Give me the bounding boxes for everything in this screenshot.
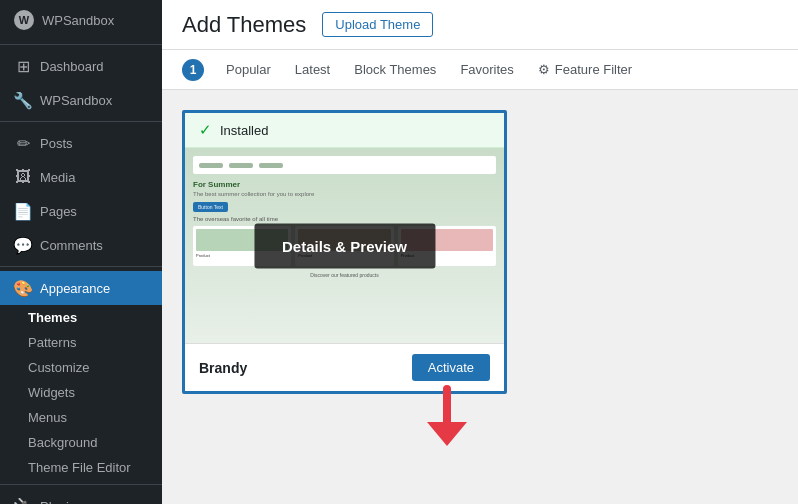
tab-favorites[interactable]: Favorites [450,54,523,85]
tab-popular[interactable]: Popular [216,54,281,85]
svg-marker-1 [427,422,467,446]
sidebar-item-label: Comments [40,238,103,253]
preview-nav [193,156,496,174]
gear-icon: ⚙ [538,62,550,77]
sidebar-item-plugins[interactable]: 🔌 Plugins [0,489,162,504]
sidebar-item-label: Media [40,170,75,185]
sidebar-item-label: Plugins [40,499,83,505]
sidebar-item-label: Posts [40,136,73,151]
activate-button[interactable]: Activate [412,354,490,381]
site-logo[interactable]: W WPSandbox [0,0,162,40]
appearance-icon: 🎨 [14,279,32,297]
tab-latest[interactable]: Latest [285,54,340,85]
sidebar-item-label: WPSandbox [40,93,112,108]
submenu-widgets[interactable]: Widgets [0,380,162,405]
wp-icon: W [14,10,34,30]
sidebar-item-label: Appearance [40,281,110,296]
arrow-indicator [417,384,477,449]
preview-title: For Summer [193,180,496,189]
submenu-theme-file-editor[interactable]: Theme File Editor [0,455,162,480]
comments-icon: 💬 [14,236,32,254]
tab-feature-filter[interactable]: ⚙ Feature Filter [528,54,642,85]
submenu-patterns[interactable]: Patterns [0,330,162,355]
preview-subtitle: The best summer collection for you to ex… [193,191,496,197]
wpsandbox-icon: 🔧 [14,91,32,109]
submenu-background[interactable]: Background [0,430,162,455]
sidebar-item-posts[interactable]: ✏ Posts [0,126,162,160]
sidebar-item-dashboard[interactable]: ⊞ Dashboard [0,49,162,83]
appearance-submenu: Themes Patterns Customize Widgets Menus … [0,305,162,480]
sidebar-item-label: Pages [40,204,77,219]
sidebar-item-label: Dashboard [40,59,104,74]
arrow-container [182,394,507,464]
submenu-menus[interactable]: Menus [0,405,162,430]
plugins-icon: 🔌 [14,497,32,504]
submenu-customize[interactable]: Customize [0,355,162,380]
sidebar: W WPSandbox ⊞ Dashboard 🔧 WPSandbox ✏ Po… [0,0,162,504]
installed-label: Installed [220,123,268,138]
sidebar-item-pages[interactable]: 📄 Pages [0,194,162,228]
details-preview-overlay[interactable]: Details & Preview [254,223,435,268]
posts-icon: ✏ [14,134,32,152]
themes-grid: ✓ Installed For Summer The best summer c… [162,90,798,484]
media-icon: 🖼 [14,168,32,186]
pages-icon: 📄 [14,202,32,220]
theme-preview: For Summer The best summer collection fo… [185,148,504,343]
sidebar-item-comments[interactable]: 💬 Comments [0,228,162,262]
page-header: Add Themes Upload Theme [162,0,798,50]
page-title: Add Themes [182,12,306,38]
installed-banner: ✓ Installed [185,113,504,148]
sidebar-item-media[interactable]: 🖼 Media [0,160,162,194]
submenu-themes[interactable]: Themes [0,305,162,330]
site-name: WPSandbox [42,13,114,28]
theme-count-badge: 1 [182,59,204,81]
preview-nav-dot3 [259,163,283,168]
preview-discover: Discover our featured products [193,272,496,278]
theme-name: Brandy [199,360,247,376]
sidebar-item-wpsandbox[interactable]: 🔧 WPSandbox [0,83,162,117]
preview-nav-dot2 [229,163,253,168]
tabs-bar: 1 Popular Latest Block Themes Favorites … [162,50,798,90]
check-icon: ✓ [199,121,212,139]
main-content: Add Themes Upload Theme 1 Popular Latest… [162,0,798,504]
upload-theme-button[interactable]: Upload Theme [322,12,433,37]
sidebar-item-appearance[interactable]: 🎨 Appearance [0,271,162,305]
dashboard-icon: ⊞ [14,57,32,75]
tab-block-themes[interactable]: Block Themes [344,54,446,85]
preview-btn: Button Text [193,202,228,212]
theme-card-brandy: ✓ Installed For Summer The best summer c… [182,110,507,394]
preview-desc: The overseas favorite of all time [193,216,496,222]
preview-nav-dot [199,163,223,168]
